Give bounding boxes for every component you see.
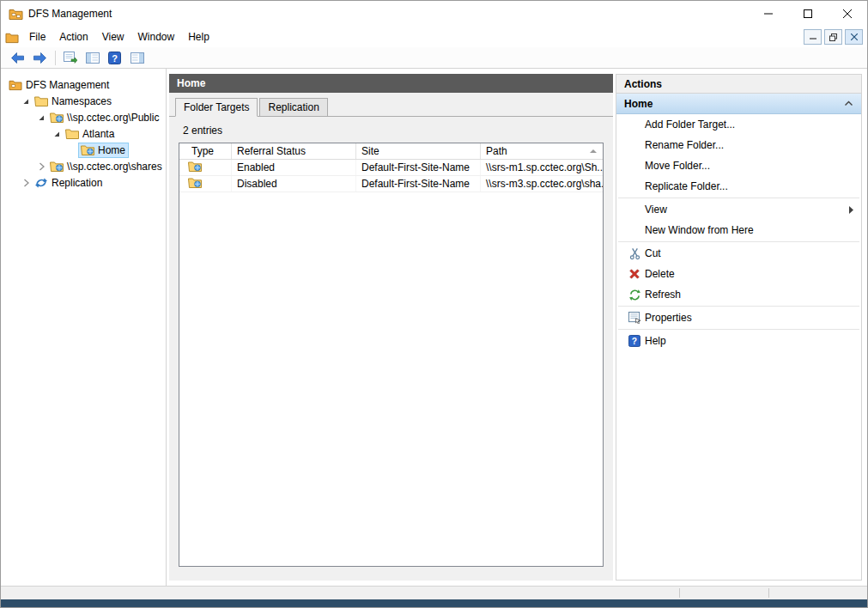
- show-console-tree-icon: [86, 52, 100, 64]
- menu-window[interactable]: Window: [131, 27, 182, 46]
- svg-text:?: ?: [112, 52, 118, 63]
- toolbar: ?: [1, 47, 867, 69]
- expanded-chevron-icon[interactable]: [51, 130, 63, 138]
- window-bottom-edge: [1, 599, 867, 607]
- tree-item-namespace-public[interactable]: \\sp.cctec.org\Public: [1, 109, 166, 125]
- column-header-path[interactable]: Path: [481, 143, 603, 159]
- back-button[interactable]: [7, 48, 28, 67]
- tree-item-atlanta[interactable]: Atlanta: [1, 125, 166, 142]
- list-header: Type Referral Status Site Path: [179, 143, 603, 160]
- column-header-label: Path: [486, 145, 507, 157]
- action-label: Add Folder Target...: [645, 119, 735, 131]
- path-cell: \\srs-m3.sp.cctec.org\sha...: [481, 176, 603, 192]
- close-button[interactable]: [828, 1, 867, 27]
- show-console-tree-button[interactable]: [82, 48, 103, 67]
- submenu-arrow-icon: [849, 206, 853, 214]
- action-help[interactable]: ? Help: [616, 331, 861, 351]
- action-label: Properties: [645, 312, 692, 324]
- collapse-section-icon[interactable]: [844, 100, 853, 106]
- actions-section-home[interactable]: Home: [616, 94, 861, 114]
- status-bar: [1, 586, 867, 599]
- tree-item-namespace-shares[interactable]: \\sp.cctec.org\shares: [1, 158, 166, 174]
- tree-item-label: \\sp.cctec.org\Public: [67, 112, 159, 124]
- collapsed-chevron-icon[interactable]: [20, 178, 32, 188]
- tab-label: Replication: [268, 101, 319, 113]
- tree-item-home[interactable]: Home: [1, 142, 166, 158]
- action-label: Help: [645, 335, 666, 347]
- results-header: Home: [169, 74, 613, 93]
- action-label: Replicate Folder...: [645, 180, 728, 192]
- minimize-button[interactable]: [749, 1, 788, 27]
- column-header-site[interactable]: Site: [356, 143, 481, 159]
- tab-folder-targets[interactable]: Folder Targets: [175, 98, 258, 117]
- help-icon: ?: [108, 52, 121, 64]
- help-button[interactable]: ?: [104, 48, 125, 67]
- menu-action[interactable]: Action: [52, 27, 94, 46]
- table-row[interactable]: Disabled Default-First-Site-Name \\srs-m…: [179, 176, 603, 192]
- actions-panel: Actions Home Add Folder Target... Rename…: [616, 74, 862, 581]
- action-label: View: [645, 204, 667, 216]
- results-panel: Home Folder Targets Replication 2 entrie…: [169, 74, 613, 581]
- titlebar: DFS Management: [1, 1, 867, 27]
- referral-status-cell: Enabled: [232, 160, 356, 175]
- action-rename-folder[interactable]: Rename Folder...: [616, 135, 861, 155]
- results-header-title: Home: [177, 77, 205, 89]
- menubar: File Action View Window Help: [1, 27, 867, 47]
- mdi-minimize-button[interactable]: [804, 29, 822, 45]
- action-view[interactable]: View: [616, 199, 861, 220]
- mdi-restore-button[interactable]: [824, 29, 842, 45]
- action-label: New Window from Here: [645, 224, 754, 236]
- column-header-referral-status[interactable]: Referral Status: [232, 143, 356, 159]
- status-pane-separator: [679, 588, 680, 598]
- action-refresh[interactable]: Refresh: [616, 284, 861, 305]
- export-list-button[interactable]: [59, 48, 81, 67]
- entries-count: 2 entries: [169, 117, 613, 143]
- minimize-icon: [764, 9, 773, 18]
- expanded-chevron-icon[interactable]: [20, 97, 32, 106]
- console-tree-panel: DFS Management Namespaces: [1, 69, 167, 586]
- referral-status-cell: Disabled: [232, 176, 356, 192]
- menu-help[interactable]: Help: [181, 27, 216, 46]
- maximize-button[interactable]: [788, 1, 828, 27]
- table-row[interactable]: Enabled Default-First-Site-Name \\srs-m1…: [179, 160, 603, 176]
- dfs-root-icon: [9, 79, 22, 91]
- action-move-folder[interactable]: Move Folder...: [616, 155, 861, 176]
- tabstrip: Folder Targets Replication: [169, 98, 613, 117]
- namespace-folder-globe-icon: [50, 112, 64, 124]
- properties-icon: [624, 312, 645, 324]
- menu-view[interactable]: View: [95, 27, 131, 46]
- tab-label: Folder Targets: [184, 101, 249, 113]
- action-delete[interactable]: Delete: [616, 264, 861, 284]
- forward-button[interactable]: [29, 48, 51, 67]
- actions-section-label: Home: [624, 98, 653, 110]
- export-list-icon: [64, 52, 77, 64]
- close-icon: [843, 9, 852, 18]
- action-label: Refresh: [645, 289, 681, 301]
- mdi-restore-icon: [829, 33, 837, 41]
- tree-item-dfs-management[interactable]: DFS Management: [1, 76, 166, 93]
- tab-replication[interactable]: Replication: [259, 98, 327, 117]
- tree-item-namespaces[interactable]: Namespaces: [1, 93, 166, 109]
- mdi-child-icon: [5, 31, 19, 44]
- action-replicate-folder[interactable]: Replicate Folder...: [616, 176, 861, 197]
- column-header-type[interactable]: Type: [179, 143, 232, 159]
- refresh-icon: [624, 289, 645, 301]
- help-icon: ?: [624, 335, 645, 347]
- column-header-label: Referral Status: [237, 145, 306, 157]
- show-action-pane-icon: [131, 52, 144, 64]
- tree-item-replication[interactable]: Replication: [1, 174, 166, 191]
- menu-file[interactable]: File: [22, 27, 52, 46]
- column-header-label: Site: [361, 145, 379, 157]
- folder-icon: [34, 95, 48, 107]
- show-action-pane-button[interactable]: [126, 48, 148, 67]
- action-properties[interactable]: Properties: [616, 307, 861, 328]
- expanded-chevron-icon[interactable]: [35, 113, 47, 122]
- mdi-close-button[interactable]: [845, 29, 863, 45]
- tree-item-label: Home: [98, 144, 125, 156]
- action-new-window-from-here[interactable]: New Window from Here: [616, 220, 861, 240]
- action-add-folder-target[interactable]: Add Folder Target...: [616, 114, 861, 135]
- window-title: DFS Management: [28, 8, 112, 20]
- action-cut[interactable]: Cut: [616, 243, 861, 264]
- collapsed-chevron-icon[interactable]: [35, 161, 47, 172]
- dfs-folder-target-icon: [81, 144, 94, 156]
